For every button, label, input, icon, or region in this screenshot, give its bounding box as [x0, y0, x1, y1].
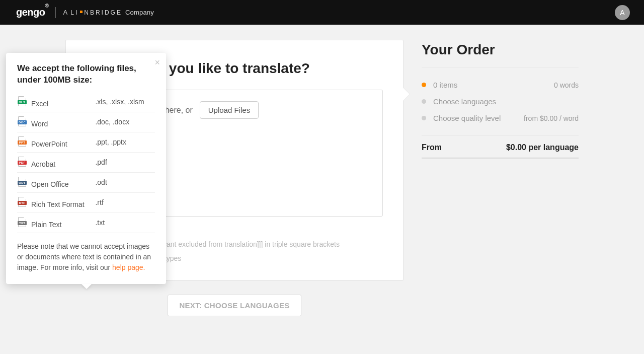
file-icon: PPT [18, 136, 26, 147]
step-label: Choose quality level [433, 114, 501, 122]
help-page-link[interactable]: help page. [112, 263, 145, 271]
logo-text: gengo [16, 7, 45, 18]
order-step: 0 items0 words [422, 77, 579, 93]
step-right: from $0.00 / word [524, 114, 579, 122]
file-type-row: PPTPowerPoint.ppt, .pptx [17, 132, 155, 152]
step-right: 0 words [554, 81, 579, 89]
file-icon: TXT [18, 217, 26, 227]
header-left: gengo® A LINBRIDGE Company [16, 7, 154, 18]
file-name: PowerPoint [31, 140, 67, 148]
tagline: A LINBRIDGE Company [63, 9, 154, 16]
logo-gengo[interactable]: gengo® [16, 7, 48, 18]
divider [422, 157, 579, 159]
header-bar: gengo® A LINBRIDGE Company A [0, 0, 644, 25]
upload-files-button[interactable]: Upload Files [200, 101, 259, 119]
step-dot-icon [422, 83, 426, 87]
file-type-row: ODTOpen Office.odt [17, 172, 155, 192]
order-step: Choose languages [422, 93, 579, 110]
file-type-row: XLSExcel.xls, .xlsx, .xlsm [17, 92, 155, 112]
divider-icon [55, 7, 56, 18]
total-label: From [422, 143, 442, 152]
tagline-prefix: A [63, 9, 67, 16]
popover-arrow-icon [82, 284, 92, 289]
file-name: Word [31, 120, 48, 128]
lionbridge-logo: LINBRIDGE [70, 9, 122, 16]
file-ext: .txt [94, 213, 155, 233]
card-arrow-icon [403, 88, 410, 101]
file-type-row: PDFAcrobat.pdf [17, 152, 155, 172]
file-icon: ODT [18, 177, 26, 187]
file-icon: XLS [18, 96, 26, 106]
order-step: Choose quality levelfrom $0.00 / word [422, 110, 579, 126]
step-label: Choose languages [433, 97, 496, 106]
square-icon [80, 11, 83, 13]
step-label: 0 items [433, 81, 457, 89]
divider [422, 67, 579, 67]
total-value: $0.00 per language [506, 143, 579, 152]
popover-title: We accept the following files, under 100… [17, 63, 155, 86]
order-total-row: From $0.00 per language [422, 143, 579, 152]
avatar-initial: A [620, 9, 624, 17]
file-name: Plain Text [31, 221, 61, 229]
order-steps: 0 items0 wordsChoose languagesChoose qua… [422, 77, 579, 126]
file-name: Acrobat [31, 160, 55, 168]
divider [422, 135, 579, 136]
close-icon[interactable]: × [154, 58, 160, 67]
file-name: Rich Text Format [31, 200, 85, 208]
file-type-row: TXTPlain Text.txt [17, 213, 155, 233]
file-name: Excel [31, 100, 48, 108]
file-ext: .ppt, .pptx [94, 132, 155, 152]
file-type-row: DOCWord.doc, .docx [17, 112, 155, 132]
file-types-popover: × We accept the following files, under 1… [6, 53, 166, 284]
step-dot-icon [422, 99, 426, 104]
tagline-suffix: Company [125, 9, 154, 16]
file-icon: RTF [18, 197, 26, 207]
file-types-table: XLSExcel.xls, .xlsx, .xlsmDOCWord.doc, .… [17, 92, 155, 233]
file-icon: DOC [18, 116, 26, 126]
file-ext: .pdf [94, 152, 155, 172]
file-ext: .rtf [94, 192, 155, 213]
file-ext: .odt [94, 172, 155, 192]
file-ext: .xls, .xlsx, .xlsm [94, 92, 155, 112]
order-summary: Your Order 0 items0 wordsChoose language… [422, 40, 579, 316]
next-choose-languages-button[interactable]: NEXT: CHOOSE LANGUAGES [168, 295, 301, 316]
popover-note: Please note that we cannot accept images… [17, 241, 155, 273]
logo-mark: ® [45, 3, 49, 9]
file-icon: PDF [18, 157, 26, 167]
file-ext: .doc, .docx [94, 112, 155, 132]
avatar[interactable]: A [615, 5, 630, 20]
file-name: Open Office [31, 180, 68, 188]
file-type-row: RTFRich Text Format.rtf [17, 192, 155, 213]
order-heading: Your Order [422, 42, 579, 58]
step-dot-icon [422, 116, 426, 120]
next-wrap: NEXT: CHOOSE LANGUAGES [65, 295, 404, 316]
